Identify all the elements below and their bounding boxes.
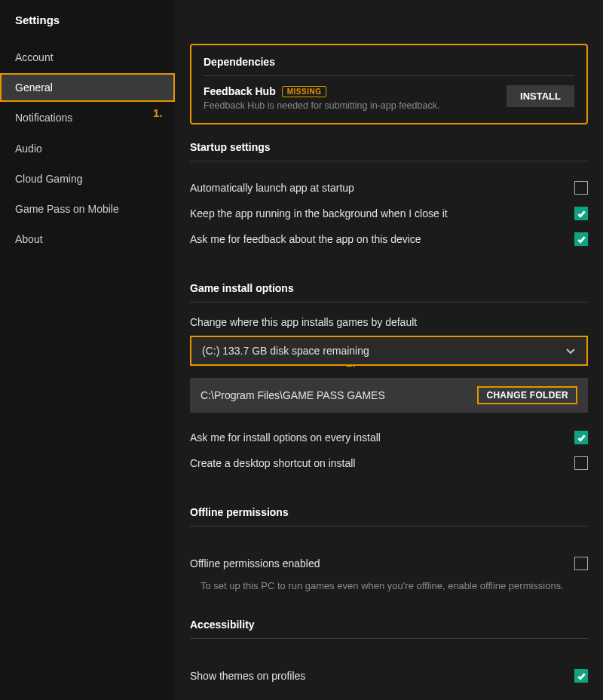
settings-sidebar: Settings AccountGeneralNotificationsAudi…	[0, 0, 175, 700]
missing-badge: MISSING	[282, 86, 327, 97]
auto-launch-checkbox[interactable]	[574, 181, 588, 195]
accessibility-heading: Accessibility	[190, 619, 588, 639]
change-folder-button[interactable]: CHANGE FOLDER	[477, 386, 577, 404]
install-section: Game install options Change where this a…	[190, 282, 588, 476]
offline-description: To set up this PC to run games even when…	[190, 579, 588, 593]
accessibility-section: Accessibility Show themes on profiles	[190, 619, 588, 689]
ask-feedback-label: Ask me for feedback about the app on thi…	[190, 233, 421, 245]
sidebar-item-cloud-gaming[interactable]: Cloud Gaming	[0, 164, 175, 193]
sidebar-item-about[interactable]: About	[0, 225, 175, 253]
sidebar-item-general[interactable]: General	[0, 73, 175, 102]
offline-section: Offline permissions Offline permissions …	[190, 506, 588, 593]
startup-section: Startup settings Automatically launch ap…	[190, 141, 588, 252]
auto-launch-label: Automatically launch app at startup	[190, 182, 354, 194]
install-button[interactable]: INSTALL	[507, 85, 574, 107]
show-themes-label: Show themes on profiles	[190, 670, 305, 682]
dependencies-card: Dependencies Feedback Hub MISSING Feedba…	[190, 44, 588, 124]
keep-running-checkbox[interactable]	[574, 207, 588, 220]
offline-enabled-checkbox[interactable]	[574, 557, 588, 570]
startup-heading: Startup settings	[190, 141, 588, 161]
page-title: Settings	[0, 14, 175, 43]
show-themes-checkbox[interactable]	[574, 669, 588, 683]
ask-feedback-checkbox[interactable]	[574, 232, 588, 246]
install-where-label: Change where this app installs games by …	[190, 316, 588, 328]
dependencies-heading: Dependencies	[204, 56, 574, 76]
keep-running-label: Keep the app running in the background w…	[190, 207, 448, 220]
sidebar-item-account[interactable]: Account	[0, 43, 175, 72]
desktop-shortcut-checkbox[interactable]	[574, 456, 588, 470]
chevron-down-icon	[565, 345, 576, 356]
offline-heading: Offline permissions	[190, 506, 588, 527]
dependency-description: Feedback Hub is needed for submitting in…	[204, 100, 439, 111]
install-path-text: C:\Program Files\GAME PASS GAMES	[200, 389, 385, 401]
install-heading: Game install options	[190, 282, 588, 302]
dependency-name: Feedback Hub	[204, 85, 276, 97]
drive-select[interactable]: (C:) 133.7 GB disk space remaining	[190, 336, 588, 366]
desktop-shortcut-label: Create a desktop shortcut on install	[190, 457, 355, 469]
ask-install-options-label: Ask me for install options on every inst…	[190, 431, 381, 444]
sidebar-item-audio[interactable]: Audio	[0, 134, 175, 163]
install-path-row: C:\Program Files\GAME PASS GAMES CHANGE …	[190, 378, 588, 413]
drive-select-text: (C:) 133.7 GB disk space remaining	[202, 345, 369, 357]
offline-enabled-label: Offline permissions enabled	[190, 557, 320, 570]
sidebar-item-notifications[interactable]: Notifications	[0, 103, 175, 132]
settings-main-panel: 2. 3. Dependencies Feedback Hub MISSING …	[175, 0, 603, 700]
ask-install-options-checkbox[interactable]	[574, 431, 588, 444]
sidebar-item-game-pass-on-mobile[interactable]: Game Pass on Mobile	[0, 195, 175, 223]
